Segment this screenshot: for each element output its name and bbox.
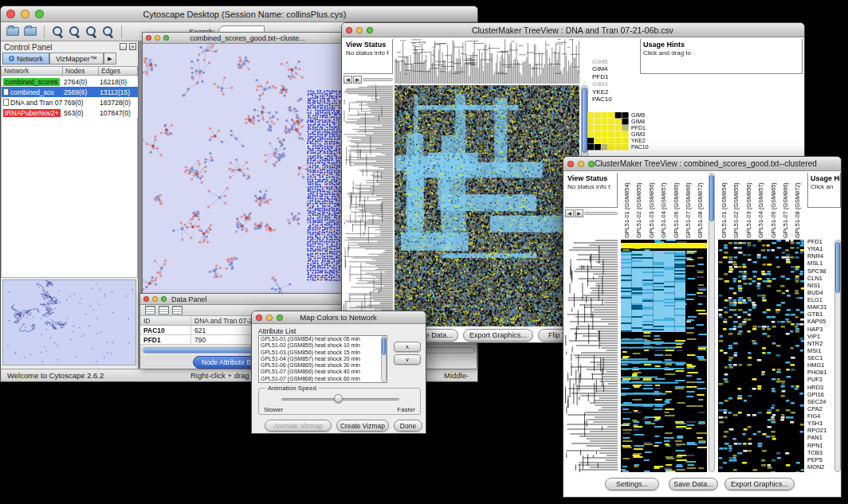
column-label[interactable]: GPL51-07 (GSM866) xyxy=(779,173,791,238)
vertical-scrollbar[interactable] xyxy=(834,240,841,472)
treeview1-titlebar[interactable]: ClusterMaker TreeView : DNA and Tran 07-… xyxy=(342,23,804,37)
zoom-in-icon[interactable] xyxy=(52,25,64,37)
close-button[interactable] xyxy=(143,296,149,302)
move-up-button[interactable]: ∧ xyxy=(394,342,421,352)
gene-label[interactable]: GPI16 xyxy=(807,391,833,398)
open-session-icon[interactable] xyxy=(6,27,19,36)
minimize-button[interactable] xyxy=(155,35,160,41)
matrix-label[interactable]: PFD1 xyxy=(631,125,663,131)
tv1-matrix-canvas[interactable] xyxy=(587,112,629,150)
gene-label[interactable]: RNR4 xyxy=(807,252,833,260)
gene-label[interactable]: MON2 xyxy=(807,463,833,471)
scrollbar-thumb[interactable] xyxy=(582,88,587,153)
column-label[interactable]: GPL51-03 (GSM856) xyxy=(646,173,658,238)
save-session-icon[interactable] xyxy=(24,27,37,36)
attribute-create-icon[interactable] xyxy=(159,306,169,315)
column-label[interactable]: GPL51-08 (GSM872) xyxy=(791,173,803,238)
matrix-label[interactable]: YKE2 xyxy=(631,138,663,144)
scrollbar-thumb[interactable] xyxy=(709,175,714,221)
zoom-button[interactable] xyxy=(163,35,169,41)
gene-label[interactable]: HAP3 xyxy=(807,326,833,333)
gene-label[interactable]: PFD1 xyxy=(807,238,833,245)
minimize-button[interactable] xyxy=(266,315,273,321)
zoom-button[interactable] xyxy=(588,161,595,167)
zoom-fit-icon[interactable] xyxy=(85,25,97,37)
col-edges[interactable]: Edges xyxy=(99,66,138,76)
network-canvas[interactable] xyxy=(143,44,345,295)
gene-label[interactable]: GIM3 xyxy=(592,80,632,88)
zoom-button[interactable] xyxy=(277,315,283,321)
gene-label[interactable]: SEC24 xyxy=(807,398,833,405)
column-label[interactable]: GPL51-04 (GSM857) xyxy=(755,173,767,238)
gene-label[interactable]: PAN1 xyxy=(807,434,833,441)
gene-label[interactable]: YRA1 xyxy=(807,245,833,252)
gene-label[interactable]: PFD1 xyxy=(592,73,632,80)
table-row[interactable]: DNA and Tran 07 769(0) 183728(0) xyxy=(2,97,139,107)
scroll-groove[interactable] xyxy=(584,212,618,215)
gene-label[interactable]: TCB3 xyxy=(807,449,833,456)
zoom-button[interactable] xyxy=(35,10,44,18)
gene-label[interactable]: GIM4 xyxy=(592,65,632,72)
tv2-row-dendrogram-canvas[interactable] xyxy=(565,240,618,472)
tv1-col-dendrogram-canvas[interactable] xyxy=(395,39,579,84)
matrix-label[interactable]: GIM5 xyxy=(631,112,663,119)
column-label[interactable]: GPL51-03 (GSM856) xyxy=(743,173,755,238)
tab-overflow-icon[interactable]: ▶ xyxy=(104,53,116,64)
close-button[interactable] xyxy=(256,315,262,321)
gene-label[interactable]: PHO81 xyxy=(807,369,833,376)
gene-label[interactable]: MSI1 xyxy=(807,347,833,354)
attribute-list-item[interactable]: GPL51-03 (GSM856) heat shock 15 min xyxy=(259,350,387,356)
zoom-button[interactable] xyxy=(161,296,167,302)
minimize-button[interactable] xyxy=(356,27,363,33)
gene-label[interactable]: PEP5 xyxy=(807,456,833,463)
network-overview[interactable] xyxy=(2,279,136,365)
column-label[interactable]: GPL51-06 (GSM865) xyxy=(768,173,779,238)
list-scrollbar[interactable] xyxy=(381,336,387,382)
close-panel-icon[interactable]: × xyxy=(129,43,136,50)
scrollbar-thumb[interactable] xyxy=(835,242,840,293)
minimize-button[interactable] xyxy=(578,161,584,167)
tv1-heatmap-canvas[interactable] xyxy=(395,85,579,326)
gene-label[interactable]: NIS1 xyxy=(807,282,833,289)
attribute-list-item[interactable]: GPL51-02 (GSM855) heat shock 10 min xyxy=(259,342,387,349)
gene-label[interactable]: PAC10 xyxy=(592,96,632,103)
id-column-header[interactable]: ID xyxy=(140,316,191,325)
create-vizmap-button[interactable]: Create Vizmap xyxy=(336,420,389,432)
scroll-right-icon[interactable]: ▶ xyxy=(575,209,583,217)
gene-label[interactable]: FIG4 xyxy=(807,412,833,420)
gene-label[interactable]: VIP1 xyxy=(807,333,833,340)
tab-vizmapper[interactable]: VizMapper™ xyxy=(49,53,104,64)
gene-label[interactable]: KAP95 xyxy=(807,318,833,325)
gene-label[interactable]: NTR2 xyxy=(807,340,833,347)
gene-label[interactable]: HMG1 xyxy=(807,361,833,369)
done-button[interactable]: Done xyxy=(394,420,422,432)
gene-label[interactable]: HRD3 xyxy=(807,384,833,391)
attribute-list-item[interactable]: GPL51-07 (GSM868) heat shock 60 min xyxy=(259,376,387,382)
table-row[interactable]: tRNAPuberNov2+ 563(0) 107847(0) xyxy=(2,107,139,118)
attribute-delete-icon[interactable] xyxy=(172,306,183,315)
column-label[interactable]: GPL51-01 (GSM854) xyxy=(621,173,633,238)
column-label[interactable]: GPL51-08 (GSM872) xyxy=(694,173,706,238)
col-nodes[interactable]: Nodes xyxy=(63,66,99,76)
zoom-button[interactable] xyxy=(367,27,373,33)
gene-label[interactable]: GIM5 xyxy=(592,58,632,65)
tab-network[interactable]: Network xyxy=(2,53,49,64)
minimize-button[interactable] xyxy=(152,296,158,302)
scroll-groove[interactable] xyxy=(363,78,393,81)
gene-label[interactable]: CLN1 xyxy=(807,275,833,282)
move-down-button[interactable]: ∨ xyxy=(394,354,421,365)
close-button[interactable] xyxy=(346,27,352,33)
column-label[interactable]: GPL51-06 (GSM865) xyxy=(670,173,682,238)
table-row[interactable]: combined_scores 2764(0) 16218(0) xyxy=(2,76,139,87)
col-network[interactable]: Network xyxy=(1,66,63,76)
float-panel-icon[interactable] xyxy=(120,43,127,50)
attribute-list-item[interactable]: GPL51-01 (GSM854) heat shock 05 min xyxy=(259,336,387,342)
matrix-label[interactable]: PAC10 xyxy=(631,144,663,150)
attribute-list-item[interactable]: GPL51-04 (GSM857) heat shock 20 min xyxy=(259,356,387,362)
attribute-list-item[interactable]: GPL51-06 (GSM865) heat shock 30 min xyxy=(259,362,387,369)
close-button[interactable] xyxy=(567,161,574,167)
tv2-heatmap-canvas[interactable] xyxy=(621,240,707,472)
column-label[interactable]: GPL51-04 (GSM857) xyxy=(658,173,669,238)
tv2-secondary-heatmap-canvas[interactable] xyxy=(718,240,804,472)
overview-canvas[interactable] xyxy=(3,280,135,365)
